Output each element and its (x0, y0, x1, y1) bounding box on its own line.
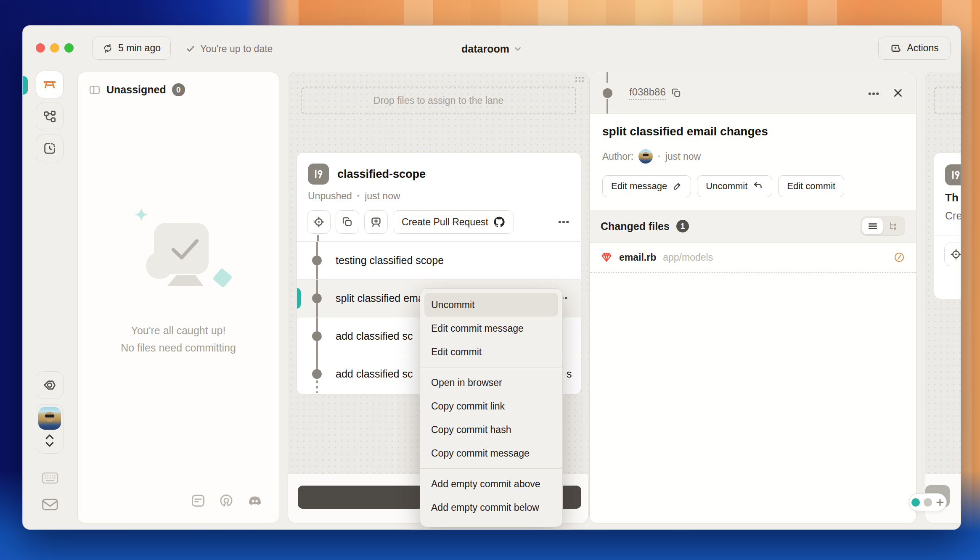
check-icon (186, 44, 195, 53)
menu-item-add-empty-commit-below[interactable]: Add empty commit below (420, 496, 562, 519)
copy-branch-button[interactable] (336, 210, 359, 234)
focus-target-button[interactable] (307, 210, 331, 234)
empty-state-line1: You're all caught up! (78, 322, 279, 339)
create-pull-request-button[interactable]: Create Pull Request (393, 210, 514, 234)
sidebar-item-settings[interactable] (36, 371, 64, 399)
menu-item-uncommit[interactable]: Uncommit (424, 293, 558, 317)
changed-files-header: Changed files 1 (590, 210, 916, 243)
create-pr-label: Create Pull Request (402, 217, 488, 228)
keyboard-shortcuts-icon[interactable] (41, 471, 59, 485)
open-source-icon[interactable] (218, 493, 234, 509)
add-lane-plus-icon[interactable] (936, 498, 944, 507)
github-icon (493, 216, 505, 228)
commit-message: testing classified scope (336, 242, 444, 279)
feedback-mail-icon[interactable] (41, 497, 59, 512)
commit-title: split classified email changes (590, 114, 916, 138)
file-name: email.rb (619, 252, 656, 263)
lane-drop-zone[interactable] (934, 87, 961, 114)
tree-view-button[interactable] (883, 218, 903, 234)
menu-item-edit-commit-message[interactable]: Edit commit message (420, 317, 562, 340)
commit-time: just now (665, 151, 701, 162)
sidebar-item-history[interactable] (36, 135, 64, 162)
sync-button[interactable]: 5 min ago (92, 37, 171, 60)
ruby-file-icon (601, 251, 612, 263)
project-switcher[interactable]: dataroom (461, 26, 522, 72)
desktop: 5 min ago You're up to date dataroom (0, 0, 980, 560)
sidebar-item-workspace[interactable] (36, 71, 64, 98)
lane-drop-zone[interactable]: Drop files to assign to the lane (301, 87, 576, 114)
picnic-table-icon (42, 77, 57, 92)
dot-separator: • (658, 153, 660, 160)
menu-item-add-empty-commit-above[interactable]: Add empty commit above (420, 472, 562, 496)
split-view-icon (89, 84, 101, 96)
active-workspace-indicator (22, 76, 28, 95)
edit-commit-button[interactable]: Edit commit (778, 175, 844, 197)
edit-message-button[interactable]: Edit message (602, 175, 691, 197)
edit-commit-label: Edit commit (787, 181, 835, 192)
changed-file-row[interactable]: email.rb app/models (590, 243, 916, 273)
branch-time: just now (365, 190, 400, 202)
commit-context-menu: Uncommit Edit commit message Edit commit… (420, 288, 563, 527)
copy-hash-icon[interactable] (671, 87, 682, 98)
commit-row[interactable]: testing classified scope (297, 242, 581, 280)
menu-separator (420, 468, 562, 469)
sidebar-item-branches[interactable] (36, 103, 64, 130)
next-branch-lane: Th Cre (925, 72, 961, 523)
commit-message: add classified sc (336, 355, 413, 393)
sync-status-label: You're up to date (200, 43, 273, 55)
avatar (38, 407, 61, 430)
changed-files-title: Changed files (601, 220, 670, 232)
commit-hash-link[interactable]: f038b86 (629, 86, 666, 100)
lane-pagination (909, 493, 947, 511)
author-label: Author: (602, 151, 633, 162)
file-path: app/models (663, 252, 713, 263)
active-lane-dot[interactable] (911, 498, 920, 507)
menu-item-copy-commit-message[interactable]: Copy commit message (420, 441, 562, 465)
menu-item-edit-commit[interactable]: Edit commit (420, 340, 562, 364)
selected-commit-indicator (297, 288, 301, 309)
list-view-button[interactable] (862, 218, 883, 234)
inactive-lane-dot[interactable] (924, 498, 932, 507)
uncommit-button[interactable]: Uncommit (697, 175, 772, 197)
unassigned-panel: Unassigned 0 You're all caught up! No fi… (77, 72, 279, 523)
project-title: dataroom (461, 43, 509, 55)
commit-detail-panel: f038b86 split classified email changes A (589, 72, 916, 523)
actions-button[interactable]: Actions (878, 37, 951, 60)
lane-drag-handle[interactable] (575, 76, 585, 83)
detail-overflow-menu-button[interactable] (866, 87, 881, 101)
modified-status-icon (893, 251, 905, 263)
uncommit-label: Uncommit (706, 181, 747, 192)
account-switcher[interactable] (36, 404, 64, 454)
file-view-toggle (861, 217, 905, 236)
empty-state-line2: No files need committing (78, 339, 279, 357)
dot-separator: • (357, 192, 360, 201)
branch-name: Th (945, 191, 959, 204)
commit-graph-dot (603, 88, 612, 98)
traffic-minimize-button[interactable] (50, 43, 59, 53)
menu-item-copy-commit-hash[interactable]: Copy commit hash (420, 418, 562, 441)
branch-overflow-menu-button[interactable] (556, 215, 571, 229)
branch-card: Th Cre (934, 152, 961, 299)
add-lane-button[interactable] (364, 210, 388, 234)
traffic-close-button[interactable] (36, 43, 45, 53)
traffic-zoom-button[interactable] (64, 43, 74, 53)
branch-badge-icon (945, 164, 961, 185)
branch-name: classified-scope (337, 168, 426, 181)
menu-separator (420, 367, 562, 367)
menu-item-open-in-browser[interactable]: Open in browser (420, 371, 562, 394)
sync-status: You're up to date (186, 26, 273, 72)
chevron-down-icon (514, 45, 522, 53)
close-icon[interactable] (892, 87, 904, 99)
drop-hint-label: Drop files to assign to the lane (373, 95, 503, 106)
changed-files-count-badge: 1 (676, 220, 689, 232)
changelog-icon[interactable] (191, 493, 206, 508)
discord-icon[interactable] (247, 493, 263, 509)
history-clock-icon (42, 141, 57, 156)
menu-item-copy-commit-link[interactable]: Copy commit link (420, 394, 562, 418)
focus-target-button[interactable] (944, 243, 961, 266)
edit-message-label: Edit message (611, 181, 667, 192)
sync-icon (102, 43, 113, 54)
chevron-up-down-icon (44, 433, 55, 448)
pencil-icon (672, 181, 682, 191)
gear-icon (42, 378, 57, 392)
